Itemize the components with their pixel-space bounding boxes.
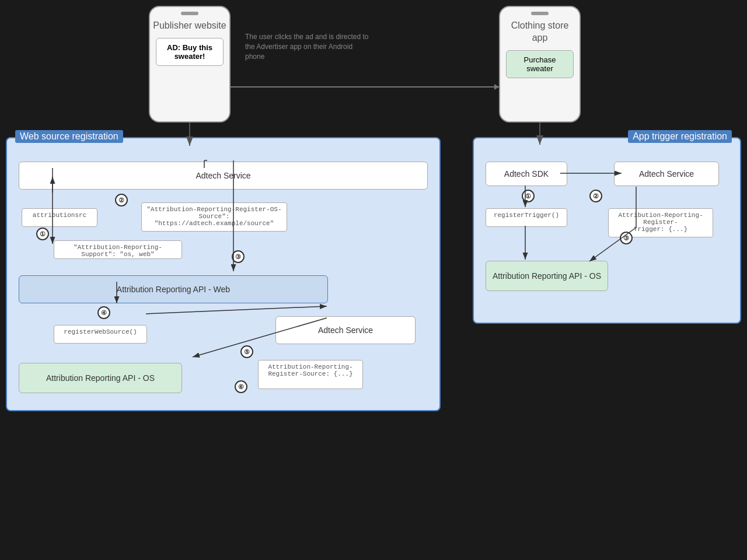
web-source-box: Web source registration Adtech Service a… <box>6 137 441 411</box>
publisher-ad-content: AD: Buy this sweater! <box>156 38 224 66</box>
attribution-reporting-web: Attribution Reporting API - Web <box>19 275 328 303</box>
purchase-content: Purchasesweater <box>506 50 574 78</box>
step-3-app: ③ <box>620 232 633 244</box>
step-2-web: ② <box>115 194 128 206</box>
diagram-area: Publisher website AD: Buy this sweater! … <box>0 0 747 560</box>
register-trigger-box: registerTrigger() <box>486 208 567 227</box>
step-1-web: ① <box>36 228 49 240</box>
step-1-app: ① <box>522 190 535 202</box>
phones-arrow <box>231 86 499 88</box>
app-trigger-box: App trigger registration Adtech SDK regi… <box>473 137 741 324</box>
step-5-web: ⑤ <box>240 345 253 358</box>
attribution-support-box: "Attribution-Reporting-Support": "os, we… <box>54 240 182 259</box>
step-2-app: ② <box>589 190 602 202</box>
clothing-phone: Clothing storeapp Purchasesweater <box>499 6 581 123</box>
adtech-sdk-box: Adtech SDK <box>486 162 567 186</box>
attribution-register-source2-box: Attribution-Reporting-Register-Source: {… <box>258 360 363 389</box>
adtech-service-trigger: Adtech Service <box>614 162 719 186</box>
register-web-source-box: registerWebSource() <box>54 325 147 344</box>
adtech-service-bottom: Adtech Service <box>275 316 416 344</box>
clothing-phone-title: Clothing storeapp <box>511 20 569 44</box>
step-6-web: ⑥ <box>235 380 247 393</box>
publisher-phone-title: Publisher website <box>153 20 226 32</box>
adtech-service-top: Adtech Service <box>19 162 428 190</box>
app-trigger-title: App trigger registration <box>628 130 732 143</box>
attributionsrc-box: attributionsrc <box>22 208 97 227</box>
attribution-reporting-os-web: Attribution Reporting API - OS <box>19 363 182 393</box>
arrow-label: The user clicks the ad and is directed t… <box>245 32 374 61</box>
clothing-phone-notch <box>531 12 549 15</box>
attribution-reporting-os-app: Attribution Reporting API - OS <box>486 261 608 291</box>
step-4-web: ④ <box>97 306 110 319</box>
publisher-phone: Publisher website AD: Buy this sweater! <box>149 6 231 123</box>
phone-notch <box>181 12 198 15</box>
attribution-register-source-box: "Attribution-Reporting-Register-OS-Sourc… <box>141 202 287 232</box>
web-source-title: Web source registration <box>15 130 123 143</box>
step-3-web: ③ <box>232 250 245 263</box>
